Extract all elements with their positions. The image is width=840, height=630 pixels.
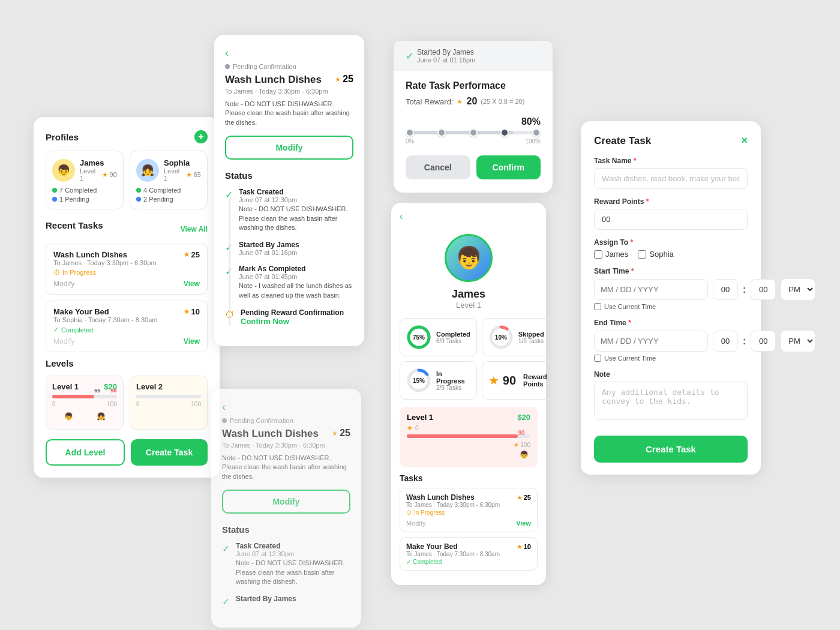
back-arrow[interactable]: ‹ — [225, 47, 353, 59]
view-all-link[interactable]: View All — [181, 225, 208, 233]
assign-group: Assign To * James Sophia — [594, 238, 748, 259]
use-current-start-checkbox[interactable] — [594, 303, 601, 310]
modify-wash-button[interactable]: Modify — [53, 280, 74, 288]
use-current-start: Use Current Time — [594, 303, 748, 310]
start-period-select[interactable]: PMAM — [781, 278, 815, 301]
sophia-completed: 4 Completed — [143, 187, 181, 194]
modify-bed-button: Modify — [53, 337, 74, 346]
start-min-input[interactable] — [751, 279, 776, 300]
task-detail-title-bg: Wash Lunch Dishes — [222, 428, 319, 440]
stat-in-progress: 15% In Progress 2/9 Tasks — [400, 361, 477, 400]
stat-skipped: 10% Skipped 1/9 Tasks — [482, 318, 554, 356]
pending-badge: Pending Confirmation — [225, 63, 353, 70]
end-time-row: : PMAM — [594, 330, 748, 352]
avatar-sophia: 👧 — [136, 159, 159, 182]
slider-dot-4[interactable] — [532, 128, 541, 137]
stats-grid: 75% Completed 6/9 Tasks 10% Skipped 1/9 … — [391, 318, 546, 400]
use-current-end: Use Current Time — [594, 355, 748, 362]
reward-star-icon: ★ — [488, 373, 499, 388]
task-detail-note: Note - DO NOT USE DISHWASHER. Please cle… — [225, 100, 353, 127]
slider-dot-1[interactable] — [437, 128, 446, 137]
rate-percent: 80% — [406, 116, 541, 127]
start-time-label: Start Time * — [594, 267, 748, 275]
note-textarea[interactable] — [594, 382, 748, 420]
james-completed: 7 Completed — [59, 187, 97, 194]
confirm-button[interactable]: Confirm — [476, 155, 541, 179]
rate-task-header: ✓ Started By James June 07 at 01:16pm — [394, 41, 553, 71]
view-wash-button[interactable]: View — [184, 280, 200, 288]
recent-tasks-title: Recent Tasks — [46, 220, 103, 230]
end-min-input[interactable] — [751, 331, 776, 352]
task-detail-meta-bg: To James · Today 3:30pm - 6:30pm — [222, 442, 350, 449]
status-item-created-bg: ✓ Task Created June 07 at 12:30pm Note -… — [222, 542, 350, 586]
reward-input[interactable] — [594, 209, 748, 230]
avatar-james: 👦 — [52, 159, 75, 182]
end-period-select[interactable]: PMAM — [781, 330, 815, 352]
cancel-button[interactable]: Cancel — [406, 155, 470, 179]
slider-wrap[interactable] — [406, 131, 541, 134]
pending-badge-bg: Pending Confirmation — [222, 417, 350, 424]
james-task-wash: Wash Lunch Dishes ★25 To James · Today 3… — [400, 488, 538, 532]
create-task-button[interactable]: Create Task — [131, 439, 208, 466]
slider-dot-2[interactable] — [469, 128, 478, 137]
add-profile-button[interactable]: + — [194, 130, 208, 143]
assign-sophia[interactable]: Sophia — [638, 250, 673, 259]
rate-reward: Total Reward: ★ 20 (25 X 0.8 = 20) — [406, 96, 541, 107]
modify-wash-james[interactable]: Modify — [406, 520, 425, 527]
sophia-pending: 2 Pending — [143, 196, 173, 203]
level1-max: 100 — [107, 401, 117, 407]
task-reward-wash: ★25 — [184, 250, 200, 259]
end-hour-input[interactable] — [713, 331, 738, 352]
task-detail-bg-panel: ‹ Pending Confirmation Wash Lunch Dishes… — [211, 389, 361, 628]
assign-checkboxes: James Sophia — [594, 250, 748, 259]
check-icon-created: ✓ — [225, 189, 233, 200]
rate-title: Rate Task Performace — [406, 80, 541, 91]
create-task-submit-button[interactable]: Create Task — [594, 436, 748, 463]
start-hour-input[interactable] — [713, 279, 738, 300]
pending-icon: ⏱ — [225, 310, 235, 320]
create-task-title: Create Task — [594, 135, 651, 147]
end-time-label: End Time * — [594, 319, 748, 327]
status-item-started-bg: ✓ Started By James — [222, 595, 350, 607]
james-profile-panel: ‹ 👦 James Level 1 75% Completed 6/9 Task… — [391, 203, 546, 585]
sophia-level: Level 1 ★ 65 — [164, 167, 201, 182]
confirm-now-link[interactable]: Confirm Now — [241, 317, 344, 326]
task-name-input[interactable] — [594, 168, 748, 189]
task-status-wash: ⏱ In Progress — [53, 269, 200, 276]
slider-dot-3[interactable] — [500, 128, 509, 137]
view-wash-james[interactable]: View — [516, 520, 531, 527]
task-detail-panel: ‹ Pending Confirmation Wash Lunch Dishes… — [214, 35, 364, 346]
dashboard-panel: Profiles + 👦 James Level 1 ★ 90 7 Comple… — [34, 117, 220, 478]
james-profile-name: James — [403, 288, 534, 301]
james-back-arrow[interactable]: ‹ — [391, 203, 546, 222]
add-level-button[interactable]: Add Level — [46, 439, 125, 466]
end-date-input[interactable] — [594, 331, 708, 352]
note-label: Note — [594, 370, 748, 379]
use-current-end-checkbox[interactable] — [594, 355, 601, 362]
task-name-label: Task Name * — [594, 157, 748, 165]
level1-min: 0 — [52, 401, 56, 407]
modify-button[interactable]: Modify — [225, 136, 353, 160]
view-bed-button[interactable]: View — [184, 337, 200, 346]
task-title-wash: Wash Lunch Dishes — [53, 250, 127, 259]
profile-card-sophia[interactable]: 👧 Sophia Level 1 ★ 65 4 Completed 2 Pend… — [130, 151, 208, 209]
status-title: Status — [225, 170, 353, 181]
james-level: Level 1 ★ 90 — [80, 167, 117, 182]
sophia-checkbox[interactable] — [638, 250, 646, 259]
status-item-created: ✓ Task Created June 07 at 12:30pm Note -… — [225, 188, 353, 232]
start-date-input[interactable] — [594, 279, 708, 300]
stat-completed: 75% Completed 6/9 Tasks — [400, 318, 477, 356]
slider-dot-0[interactable] — [406, 128, 414, 137]
close-button[interactable]: × — [741, 134, 748, 147]
end-time-group: End Time * : PMAM Use Current Time — [594, 319, 748, 362]
level-card-2: Level 2 0 100 — [130, 376, 208, 430]
james-checkbox[interactable] — [594, 250, 602, 259]
assign-james[interactable]: James — [594, 250, 628, 259]
james-tasks-title: Tasks — [391, 473, 546, 483]
profile-card-james[interactable]: 👦 James Level 1 ★ 90 7 Completed 1 Pendi… — [46, 151, 124, 209]
start-time-row: : PMAM — [594, 278, 748, 301]
levels-title: Levels — [46, 358, 208, 368]
task-reward-bed: ★10 — [184, 307, 200, 316]
sophia-name: Sophia — [164, 158, 201, 167]
slider-labels: 0% 100% — [406, 138, 541, 145]
